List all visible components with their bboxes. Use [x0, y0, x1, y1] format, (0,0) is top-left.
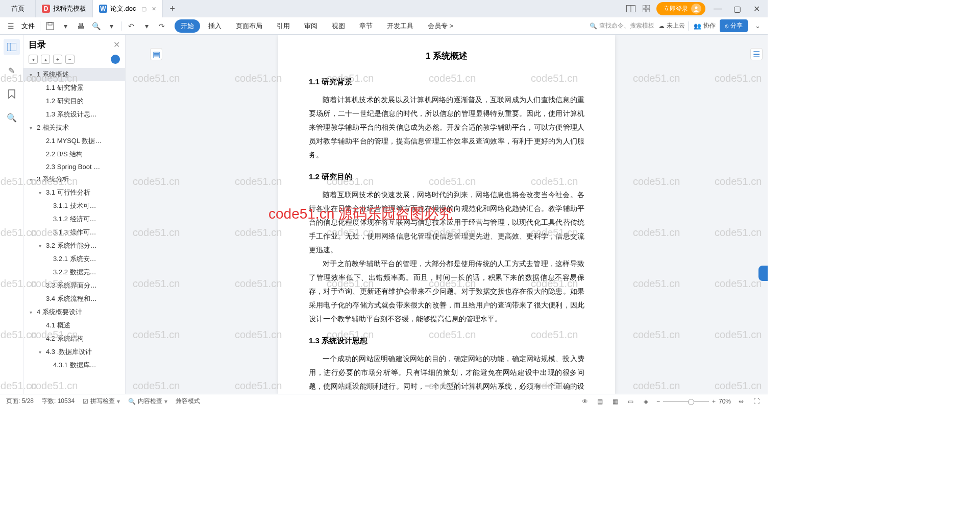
outline-item[interactable]: 3.1.1 技术可… [23, 199, 125, 212]
outline-item[interactable]: ▾3 系统分析 [23, 173, 125, 186]
outline-item[interactable]: 3.1.2 经济可… [23, 212, 125, 226]
ribbon-tab-review[interactable]: 审阅 [298, 19, 324, 33]
doc-heading-11: 1.1 研究背景 [309, 77, 584, 87]
document-viewport[interactable]: ▤ 1 系统概述 1.1 研究背景 随着计算机技术的发展以及计算机网络的逐渐普及… [126, 35, 768, 394]
file-menu[interactable]: 文件 [19, 21, 37, 31]
outline-expand-all-icon[interactable]: ▴ [41, 55, 50, 64]
menu-icon[interactable]: ☰ [4, 19, 17, 33]
preview-drop-icon[interactable]: ▾ [105, 19, 118, 33]
doc-sidebar-icon[interactable]: ▤ [150, 48, 162, 60]
outline-collapse-all-icon[interactable]: ▾ [29, 55, 38, 64]
outline-item[interactable]: ▾3.1 可行性分析 [23, 186, 125, 199]
bookmark-icon[interactable] [4, 86, 20, 102]
zoom-slider[interactable] [663, 401, 709, 402]
tab-document[interactable]: W 论文.doc ▢ ✕ [93, 0, 163, 17]
outline-item[interactable]: ▾4.3 .数据库设计 [23, 345, 125, 359]
status-spellcheck[interactable]: ☑ 拼写检查▾ [83, 397, 120, 406]
outline-item[interactable]: 3.3 系统界面分… [23, 279, 125, 292]
outline-item[interactable]: 3.2.2 数据完… [23, 266, 125, 279]
status-words[interactable]: 字数: 10534 [42, 397, 75, 406]
apps-icon[interactable] [641, 4, 651, 14]
share-button[interactable]: ⎋ 分享 [720, 19, 748, 32]
status-bar: 页面: 5/28 字数: 10534 ☑ 拼写检查▾ 🔍 内容检查▾ 兼容模式 … [0, 394, 768, 408]
magnify-icon: 🔍 [128, 398, 136, 405]
outline-add-icon[interactable]: + [53, 55, 62, 64]
redo-icon[interactable]: ↷ [155, 19, 168, 33]
print-icon[interactable]: 🖶 [74, 19, 87, 33]
outline-item[interactable]: 4.2 系统结构 [23, 332, 125, 345]
ribbon-tab-reference[interactable]: 引用 [271, 19, 296, 33]
saveas-icon[interactable]: ▾ [59, 19, 72, 33]
outline-item[interactable]: 2.2 B/S 结构 [23, 148, 125, 161]
maximize-button[interactable]: ▢ [730, 4, 744, 14]
outline-item[interactable]: 1.1 研究背景 [23, 81, 125, 94]
outline-item[interactable]: ▾1 系统概述 [23, 68, 125, 81]
tab-close-icon[interactable]: ✕ [152, 6, 156, 12]
cloud-icon: ☁ [658, 22, 665, 30]
tab-template[interactable]: D 找稻壳模板 [36, 0, 93, 17]
tab-add[interactable]: + [163, 0, 183, 17]
find-icon[interactable]: 🔍 [4, 109, 20, 126]
collab-button[interactable]: 👥 协作 [694, 21, 716, 30]
clipboard-icon[interactable]: ✎ [4, 62, 20, 79]
outline-item[interactable]: ▾3.2 系统性能分… [23, 239, 125, 252]
preview-icon[interactable]: 🔍 [89, 19, 103, 33]
tab-home[interactable]: 首页 [0, 0, 36, 17]
outline-item[interactable]: ▾2 相关技术 [23, 121, 125, 134]
undo-icon[interactable]: ↶ [125, 19, 138, 33]
outline-item[interactable]: 3.2.1 系统安… [23, 252, 125, 266]
outline-remove-icon[interactable]: − [65, 55, 75, 64]
zoom-out-icon[interactable]: − [656, 398, 660, 405]
ribbon-more-icon[interactable]: ⌄ [752, 22, 764, 30]
outline-item[interactable]: 2.1 MYSQL 数据… [23, 134, 125, 148]
outline-item[interactable]: 3.4 系统流程和… [23, 292, 125, 305]
ribbon-tab-view[interactable]: 视图 [326, 19, 351, 33]
outline-item[interactable]: 3.1.3 操作可… [23, 226, 125, 239]
outline-item[interactable]: 4.1 概述 [23, 319, 125, 332]
zoom-control[interactable]: − + 70% [656, 398, 731, 405]
status-page[interactable]: 页面: 5/28 [6, 397, 34, 406]
view-mode4-icon[interactable]: ◈ [641, 396, 651, 407]
ribbon-tab-layout[interactable]: 页面布局 [230, 19, 268, 33]
outline-sync-icon[interactable] [111, 55, 120, 64]
login-button[interactable]: 立即登录 [656, 2, 705, 15]
ribbon-tab-devtools[interactable]: 开发工具 [381, 19, 420, 33]
ribbon-tab-member[interactable]: 会员专 > [422, 19, 459, 33]
tab-detach-icon[interactable]: ▢ [141, 6, 146, 12]
doc-heading-12: 1.2 研究目的 [309, 172, 584, 182]
outline-close-icon[interactable]: ✕ [113, 40, 120, 50]
cloud-status[interactable]: ☁ 未上云 [658, 21, 690, 31]
close-button[interactable]: ✕ [749, 4, 764, 14]
outline-item[interactable]: 1.2 研究目的 [23, 94, 125, 108]
undo-drop-icon[interactable]: ▾ [140, 19, 153, 33]
outline-toggle-icon[interactable] [4, 39, 20, 55]
outline-list[interactable]: ▾1 系统概述1.1 研究背景1.2 研究目的1.3 系统设计思…▾2 相关技术… [23, 68, 125, 394]
ribbon-tab-insert[interactable]: 插入 [202, 19, 228, 33]
word-icon: W [99, 5, 107, 13]
svg-rect-2 [643, 5, 646, 8]
side-float-tab[interactable] [758, 266, 768, 281]
ribbon-tab-chapter[interactable]: 章节 [353, 19, 379, 33]
fit-width-icon[interactable]: ⇔ [736, 396, 746, 407]
zoom-in-icon[interactable]: + [712, 398, 716, 405]
outline-item[interactable]: ▾4 系统概要设计 [23, 305, 125, 319]
outline-item[interactable]: 1.3 系统设计思… [23, 108, 125, 121]
doc-heading-13: 1.3 系统设计思想 [309, 336, 584, 346]
zoom-value[interactable]: 70% [719, 398, 731, 405]
outline-item[interactable]: 4.3.1 数据库… [23, 359, 125, 372]
view-mode2-icon[interactable]: ▦ [610, 396, 621, 407]
layout-icon[interactable] [626, 4, 636, 14]
fullscreen-icon[interactable]: ⛶ [751, 396, 762, 407]
status-contentcheck[interactable]: 🔍 内容检查▾ [128, 397, 167, 406]
ribbon-tab-start[interactable]: 开始 [175, 19, 200, 33]
command-search[interactable]: 🔍 查找命令、搜索模板 [590, 21, 654, 30]
outline-item[interactable]: 2.3 Spring Boot … [23, 161, 125, 173]
svg-rect-9 [7, 43, 16, 51]
save-icon[interactable] [43, 19, 57, 33]
view-eye-icon[interactable]: 👁 [580, 396, 590, 407]
status-compat-mode[interactable]: 兼容模式 [176, 397, 200, 406]
minimize-button[interactable]: — [710, 4, 725, 14]
doc-settings-icon[interactable]: ☰ [750, 48, 763, 60]
view-mode3-icon[interactable]: ▭ [626, 396, 636, 407]
view-mode1-icon[interactable]: ▤ [595, 396, 605, 407]
